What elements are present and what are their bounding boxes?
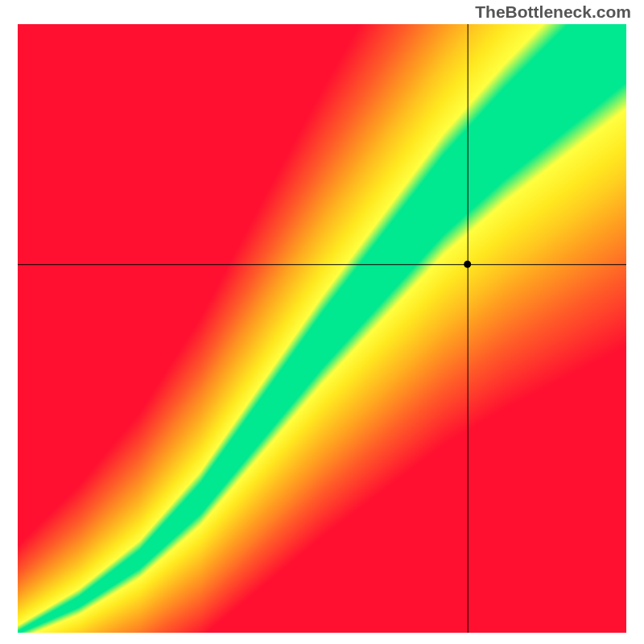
plot-area — [18, 24, 626, 633]
heatmap-canvas — [18, 24, 626, 633]
chart-container: TheBottleneck.com — [0, 0, 644, 644]
watermark-text: TheBottleneck.com — [475, 2, 631, 22]
